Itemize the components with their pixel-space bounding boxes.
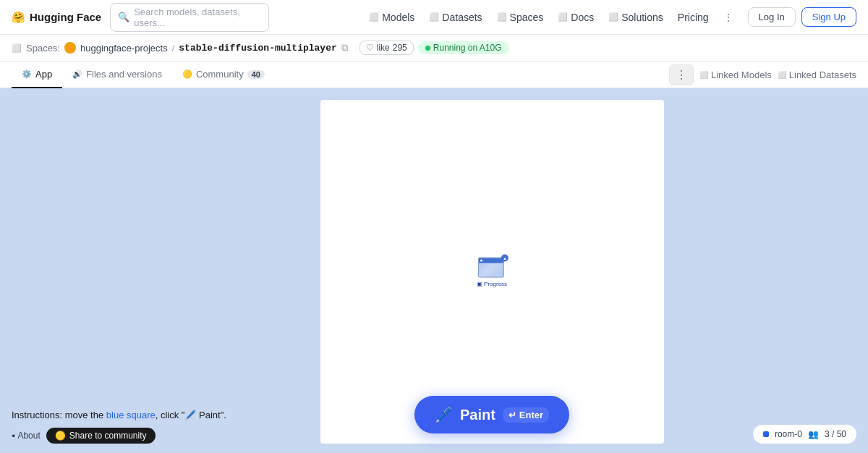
- files-tab-icon: 🔊: [72, 69, 82, 79]
- linked-models-label: Linked Models: [711, 69, 772, 80]
- users-icon: 👥: [808, 429, 819, 439]
- nav-docs[interactable]: ⬜ Docs: [558, 12, 594, 23]
- copy-icon[interactable]: ⧉: [341, 42, 348, 54]
- logo-text: Hugging Face: [30, 11, 101, 23]
- spaces-icon: ⬜: [497, 12, 507, 22]
- linked-datasets-link[interactable]: ⬜ Linked Datasets: [778, 69, 856, 80]
- tabs-bar: ⚙️ App 🔊 Files and versions 🟡 Community …: [0, 62, 868, 88]
- community-tab-label: Community: [196, 69, 244, 80]
- linked-models-link[interactable]: ⬜ Linked Models: [699, 69, 772, 80]
- nav-pricing[interactable]: Pricing: [678, 12, 709, 23]
- docs-icon: ⬜: [558, 12, 568, 22]
- paint-label: Paint: [460, 407, 495, 423]
- room-label: room-0: [775, 429, 802, 439]
- docs-label: Docs: [571, 12, 594, 23]
- search-icon: 🔍: [118, 12, 129, 22]
- paint-emoji: 🖊️: [435, 406, 453, 423]
- tab-app[interactable]: ⚙️ App: [12, 62, 62, 88]
- community-tab-badge: 40: [247, 70, 265, 79]
- canvas-area: ▲ ▣ Progress 🖊️ Paint ↵ Enter: [260, 88, 723, 453]
- space-header: ⬜ Spaces: huggingface-projects / stable-…: [0, 35, 868, 62]
- breadcrumb-slash: /: [172, 43, 175, 54]
- login-button[interactable]: Log In: [748, 7, 796, 27]
- paint-button-container: 🖊️ Paint ↵ Enter: [414, 396, 569, 433]
- app-tab-label: App: [35, 69, 52, 80]
- titlebar-dot: [480, 259, 482, 261]
- share-label: Share to community: [69, 431, 147, 441]
- running-dot: [425, 46, 430, 51]
- enter-badge: ↵ Enter: [503, 407, 549, 423]
- about-label: About: [17, 431, 40, 441]
- navbar-right: Log In Sign Up: [748, 7, 856, 27]
- desktop-icon-label: ▣ Progress: [477, 280, 507, 287]
- tab-files[interactable]: 🔊 Files and versions: [62, 62, 172, 88]
- models-label: Models: [382, 12, 414, 23]
- bottom-links: ● About 🟡 Share to community: [12, 428, 249, 444]
- nav-datasets[interactable]: ⬜ Datasets: [429, 12, 482, 23]
- like-label: like: [377, 43, 390, 53]
- white-canvas: ▲ ▣ Progress: [320, 100, 664, 444]
- running-badge: Running on A10G: [418, 41, 509, 54]
- linked-models-icon: ⬜: [699, 71, 708, 79]
- app-tab-icon: ⚙️: [22, 69, 32, 79]
- spaces-section-icon: ⬜: [12, 43, 22, 53]
- signup-button[interactable]: Sign Up: [801, 7, 856, 27]
- share-emoji: 🟡: [55, 431, 66, 441]
- blue-square-link[interactable]: blue square: [106, 410, 156, 420]
- community-tab-icon: 🟡: [182, 69, 192, 79]
- spaces-link[interactable]: Spaces:: [26, 43, 60, 54]
- instructions-text: Instructions: move the blue square, clic…: [12, 408, 249, 423]
- right-panel: room-0 👥 3 / 50: [723, 88, 868, 453]
- tab-community[interactable]: 🟡 Community 40: [172, 62, 275, 88]
- nav-more-icon[interactable]: ⋮: [723, 12, 733, 23]
- running-label: Running on A10G: [433, 43, 502, 53]
- nav-solutions[interactable]: ⬜ Solutions: [608, 12, 663, 23]
- spaces-label: Spaces: [510, 12, 544, 23]
- enter-icon: ↵: [509, 410, 516, 420]
- datasets-label: Datasets: [442, 12, 482, 23]
- solutions-label: Solutions: [621, 12, 663, 23]
- nav-links: ⬜ Models ⬜ Datasets ⬜ Spaces ⬜ Docs ⬜ So…: [369, 12, 733, 23]
- space-name: stable-diffusion-multiplayer: [179, 43, 336, 54]
- paint-button[interactable]: 🖊️ Paint ↵ Enter: [414, 396, 569, 433]
- linked-datasets-label: Linked Datasets: [789, 69, 856, 80]
- room-icon: [763, 431, 769, 437]
- users-count: 3 / 50: [825, 429, 846, 439]
- search-placeholder: Search models, datasets, users...: [134, 7, 261, 28]
- logo-emoji: 🤗: [12, 11, 25, 24]
- logo[interactable]: 🤗 Hugging Face: [12, 11, 101, 24]
- models-icon: ⬜: [369, 12, 379, 22]
- room-info: room-0 👥 3 / 50: [753, 425, 856, 444]
- heart-icon: ♡: [366, 43, 374, 53]
- enter-label: Enter: [519, 410, 543, 420]
- datasets-icon: ⬜: [429, 12, 439, 22]
- tabs-right: ⋮ ⬜ Linked Models ⬜ Linked Datasets: [669, 64, 856, 85]
- linked-datasets-icon: ⬜: [778, 71, 786, 79]
- desktop-window-inner: [478, 257, 504, 277]
- share-button[interactable]: 🟡 Share to community: [46, 428, 156, 444]
- navbar: 🤗 Hugging Face 🔍 Search models, datasets…: [0, 0, 868, 35]
- files-tab-label: Files and versions: [86, 69, 162, 80]
- main-content: Instructions: move the blue square, clic…: [0, 88, 868, 453]
- owner-link[interactable]: huggingface-projects: [80, 43, 168, 54]
- more-options-button[interactable]: ⋮: [669, 64, 694, 85]
- instructions-prefix: Instructions: move the: [12, 410, 106, 420]
- about-link[interactable]: ● About: [12, 431, 41, 441]
- instructions-suffix: , click "🖊️ Paint".: [156, 410, 226, 420]
- pricing-label: Pricing: [678, 12, 709, 23]
- desktop-window: ▲: [478, 257, 506, 279]
- desktop-window-titlebar: [479, 258, 503, 263]
- search-bar[interactable]: 🔍 Search models, datasets, users...: [110, 3, 269, 32]
- solutions-icon: ⬜: [608, 12, 618, 22]
- progress-badge: ▲: [501, 254, 509, 261]
- like-button[interactable]: ♡ like 295: [359, 41, 414, 55]
- desktop-icon[interactable]: ▲ ▣ Progress: [477, 257, 507, 287]
- like-count: 295: [393, 43, 407, 53]
- left-panel: Instructions: move the blue square, clic…: [0, 88, 260, 453]
- nav-spaces[interactable]: ⬜ Spaces: [497, 12, 544, 23]
- nav-models[interactable]: ⬜ Models: [369, 12, 414, 23]
- owner-avatar: [64, 42, 76, 54]
- about-icon: ●: [12, 432, 15, 439]
